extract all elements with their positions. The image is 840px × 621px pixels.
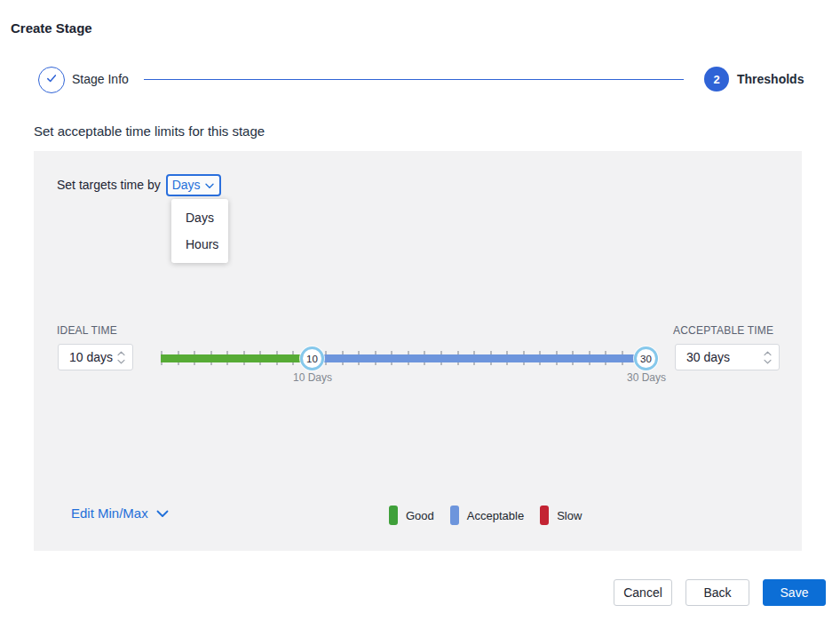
legend-swatch-slow <box>540 506 549 525</box>
save-button[interactable]: Save <box>763 579 826 606</box>
slider-max-axis-label: 30 Days <box>627 371 666 384</box>
legend-swatch-good <box>389 506 398 525</box>
legend-item-slow: Slow <box>540 506 582 525</box>
legend-label-good: Good <box>406 509 434 522</box>
edit-minmax-label: Edit Min/Max <box>71 506 148 521</box>
acceptable-time-label: ACCEPTABLE TIME <box>673 324 773 337</box>
cancel-button[interactable]: Cancel <box>614 579 672 606</box>
target-time-label: Set targets time by <box>57 178 161 192</box>
chevron-down-icon <box>117 359 125 364</box>
footer-actions: Cancel Back Save <box>0 579 826 606</box>
slider-legend: Good Acceptable Slow <box>389 506 582 525</box>
chevron-up-icon <box>117 351 125 356</box>
menu-item-days[interactable]: Days <box>171 204 228 231</box>
ideal-time-input[interactable] <box>58 344 133 370</box>
step-thresholds-indicator[interactable]: 2 <box>704 67 729 92</box>
slider-track-good[interactable] <box>161 354 313 362</box>
chevron-down-icon <box>205 178 214 192</box>
back-button[interactable]: Back <box>685 579 749 606</box>
stepper-connector-line <box>144 79 684 80</box>
chevron-up-icon <box>764 351 772 356</box>
ideal-time-stepper[interactable] <box>117 345 125 370</box>
unit-dropdown-trigger[interactable]: Days <box>166 174 221 196</box>
chevron-down-icon <box>156 506 169 521</box>
legend-label-acceptable: Acceptable <box>467 509 524 522</box>
slider-handle-min[interactable]: 10 <box>300 346 324 370</box>
thresholds-panel: Set targets time by Days Days Hours IDEA… <box>34 151 802 551</box>
slider-track-acceptable[interactable] <box>313 354 654 362</box>
chevron-down-icon <box>764 359 772 364</box>
target-time-row: Set targets time by Days <box>57 173 221 196</box>
acceptable-time-stepper[interactable] <box>764 345 772 370</box>
step-stage-info-indicator[interactable] <box>38 67 65 93</box>
step-stage-info-label: Stage Info <box>72 72 129 86</box>
edit-minmax-link[interactable]: Edit Min/Max <box>71 506 169 521</box>
unit-dropdown-value: Days <box>172 178 201 192</box>
slider-handle-max[interactable]: 30 <box>634 346 658 370</box>
check-icon <box>44 71 59 89</box>
page-title: Create Stage <box>11 20 92 36</box>
acceptable-time-input[interactable] <box>675 344 780 370</box>
section-subtitle: Set acceptable time limits for this stag… <box>34 123 265 139</box>
legend-swatch-acceptable <box>450 506 459 525</box>
ideal-time-label: IDEAL TIME <box>57 324 117 337</box>
unit-dropdown-menu: Days Hours <box>171 199 228 263</box>
legend-item-good: Good <box>389 506 434 525</box>
step-thresholds-label: Thresholds <box>737 72 804 86</box>
legend-item-acceptable: Acceptable <box>450 506 524 525</box>
legend-label-slow: Slow <box>557 509 582 522</box>
menu-item-hours[interactable]: Hours <box>171 231 228 258</box>
slider-min-axis-label: 10 Days <box>293 371 332 384</box>
